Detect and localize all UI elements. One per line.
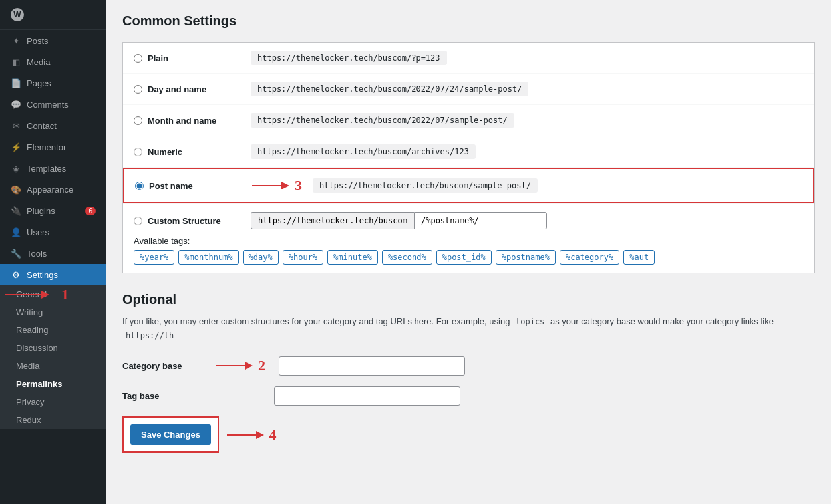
- sidebar-item-contact[interactable]: ✉ Contact: [0, 115, 106, 136]
- month-and-name-url: https://themelocker.tech/buscom/2022/07/…: [251, 113, 514, 128]
- radio-row-numeric: Numeric https://themelocker.tech/buscom/…: [123, 136, 814, 168]
- save-changes-box: Save Changes: [122, 416, 219, 453]
- submenu-permalinks[interactable]: Permalinks: [0, 375, 106, 393]
- custom-input-group: https://themelocker.tech/buscom: [251, 212, 547, 229]
- submenu-general[interactable]: General: [0, 285, 106, 303]
- save-changes-button[interactable]: Save Changes: [130, 424, 211, 445]
- optional-desc-code: topics: [512, 316, 548, 327]
- sidebar-item-elementor[interactable]: ⚡ Elementor: [0, 136, 106, 158]
- submenu-writing[interactable]: Writing: [0, 303, 106, 321]
- arrow-3-svg: [252, 179, 292, 192]
- templates-icon: ◈: [11, 163, 21, 174]
- plugins-icon: 🔌: [11, 205, 21, 216]
- custom-structure-label[interactable]: Custom Structure: [134, 216, 240, 226]
- submenu-discussion[interactable]: Discussion: [0, 339, 106, 357]
- custom-base-url: https://themelocker.tech/buscom: [251, 212, 414, 229]
- submenu-redux[interactable]: Redux: [0, 411, 106, 429]
- optional-desc: If you like, you may enter custom struct…: [122, 315, 815, 343]
- settings-submenu: General Writing Reading Discussion Media…: [0, 285, 106, 429]
- sidebar-item-pages[interactable]: 📄 Pages: [0, 72, 106, 94]
- site-logo: W: [0, 0, 106, 30]
- sidebar-item-posts[interactable]: ✦ Posts: [0, 30, 106, 51]
- submenu-reading[interactable]: Reading: [0, 321, 106, 339]
- sidebar-item-appearance[interactable]: 🎨 Appearance: [0, 179, 106, 200]
- custom-structure-input[interactable]: [414, 212, 547, 229]
- plain-label[interactable]: Plain: [134, 53, 240, 63]
- post-name-label[interactable]: Post name: [135, 181, 242, 191]
- annot-4: 4: [269, 426, 277, 443]
- sidebar-item-plugins[interactable]: 🔌 Plugins 6: [0, 200, 106, 221]
- contact-icon: ✉: [11, 120, 21, 131]
- tag-btn-second[interactable]: %second%: [382, 250, 432, 265]
- tag-btn-year[interactable]: %year%: [134, 250, 174, 265]
- sidebar-item-media[interactable]: ◧ Media: [0, 51, 106, 72]
- submenu-privacy[interactable]: Privacy: [0, 393, 106, 411]
- sidebar-item-comments[interactable]: 💬 Comments: [0, 94, 106, 115]
- sidebar-item-users[interactable]: 👤 Users: [0, 221, 106, 243]
- sidebar-item-settings[interactable]: ⚙ Settings: [0, 264, 106, 285]
- sidebar-item-tools[interactable]: 🔧 Tools: [0, 243, 106, 264]
- arrow-2-svg: [216, 359, 255, 372]
- tag-btn-minute[interactable]: %minute%: [327, 250, 378, 265]
- radio-plain[interactable]: [134, 54, 142, 63]
- tag-btn-category[interactable]: %category%: [560, 250, 619, 265]
- appearance-icon: 🎨: [11, 184, 21, 195]
- wp-icon: W: [11, 8, 24, 21]
- comments-icon: 💬: [11, 99, 21, 110]
- optional-desc-url: https://th: [122, 330, 177, 341]
- sidebar: W ✦ Posts ◧ Media 📄 Pages 💬 Comments ✉ C…: [0, 0, 106, 504]
- numeric-label[interactable]: Numeric: [134, 147, 240, 157]
- category-base-label: Category base: [122, 361, 202, 371]
- annot-2: 2: [258, 357, 265, 374]
- tag-base-row: Tag base: [122, 386, 815, 406]
- radio-numeric[interactable]: [134, 148, 142, 156]
- month-and-name-label[interactable]: Month and name: [134, 116, 240, 126]
- tag-btn-post_id[interactable]: %post_id%: [436, 250, 492, 265]
- optional-title: Optional: [122, 292, 815, 307]
- annot-2-container: 2: [216, 357, 265, 374]
- tag-btn-postname[interactable]: %postname%: [496, 250, 556, 265]
- tag-btn-hour[interactable]: %hour%: [283, 250, 323, 265]
- category-base-row: Category base 2: [122, 356, 815, 376]
- main-content: 1 Common Settings Plain https://themeloc…: [106, 0, 831, 504]
- users-icon: 👤: [11, 227, 21, 237]
- post-name-url: https://themelocker.tech/buscom/sample-p…: [313, 178, 538, 193]
- tag-btn-aut[interactable]: %aut: [623, 250, 655, 265]
- radio-row-custom: Custom Structure https://themelocker.tec…: [123, 203, 814, 273]
- radio-post-name[interactable]: [135, 182, 144, 190]
- radio-row-day-and-name: Day and name https://themelocker.tech/bu…: [123, 74, 814, 105]
- radio-row-plain: Plain https://themelocker.tech/buscom/?p…: [123, 43, 814, 74]
- tag-btn-monthnum[interactable]: %monthnum%: [178, 250, 238, 265]
- radio-month-and-name[interactable]: [134, 116, 142, 125]
- tag-base-label: Tag base: [122, 391, 202, 401]
- day-and-name-url: https://themelocker.tech/buscom/2022/07/…: [251, 82, 528, 96]
- radio-day-and-name[interactable]: [134, 85, 142, 94]
- elementor-icon: ⚡: [11, 142, 21, 152]
- posts-icon: ✦: [11, 35, 21, 46]
- tag-base-input[interactable]: [274, 386, 460, 406]
- tag-btn-day[interactable]: %day%: [243, 250, 279, 265]
- pages-icon: 📄: [11, 78, 21, 88]
- settings-icon: ⚙: [11, 269, 21, 280]
- radio-row-month-and-name: Month and name https://themelocker.tech/…: [123, 105, 814, 136]
- tools-icon: 🔧: [11, 248, 21, 259]
- plugins-badge: 6: [85, 207, 96, 215]
- custom-row-top: Custom Structure https://themelocker.tec…: [134, 212, 804, 229]
- page-title: Common Settings: [122, 13, 815, 29]
- available-tags-label: Available tags:: [134, 236, 804, 246]
- sidebar-item-templates[interactable]: ◈ Templates: [0, 158, 106, 179]
- submenu-media[interactable]: Media: [0, 357, 106, 375]
- radio-custom[interactable]: [134, 217, 142, 225]
- media-icon: ◧: [11, 57, 21, 67]
- category-base-input[interactable]: [279, 356, 465, 376]
- arrow-4-svg: [227, 428, 267, 441]
- annot-3-container: 3: [252, 177, 302, 194]
- annot-3: 3: [295, 177, 302, 194]
- save-area: Save Changes 4: [122, 416, 815, 453]
- numeric-url: https://themelocker.tech/buscom/archives…: [251, 144, 476, 159]
- day-and-name-label[interactable]: Day and name: [134, 84, 240, 94]
- tags-container: %year%%monthnum%%day%%hour%%minute%%seco…: [134, 250, 804, 265]
- radio-row-post-name: Post name 3 https://themelocker.tech/bus…: [123, 168, 814, 203]
- annot-4-container: 4: [227, 426, 277, 443]
- plain-url: https://themelocker.tech/buscom/?p=123: [251, 51, 447, 65]
